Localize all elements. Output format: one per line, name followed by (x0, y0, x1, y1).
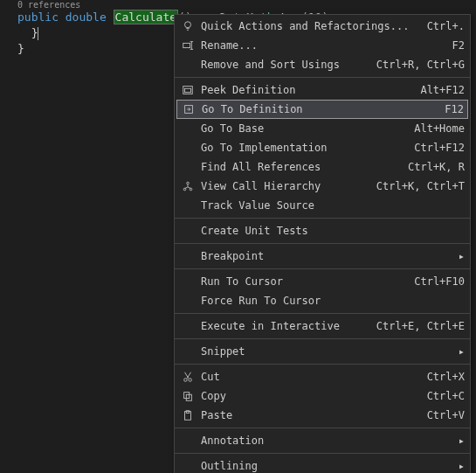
menu-item-shortcut: F2 (442, 39, 465, 52)
svg-rect-3 (185, 88, 191, 92)
menu-item-label: Copy (197, 390, 417, 402)
menu-separator (175, 77, 470, 78)
menu-item-label: Create Unit Tests (197, 225, 465, 237)
menu-separator (175, 268, 470, 269)
menu-item-shortcut: Ctrl+R, Ctrl+G (366, 59, 465, 71)
menu-item-label: Breakpoint (197, 250, 452, 262)
menu-item-shortcut: Ctrl+. (417, 20, 465, 32)
keyword-double: double (66, 10, 107, 24)
menu-item-shortcut: Ctrl+F10 (404, 275, 465, 288)
menu-item-execute-in-interactive[interactable]: Execute in InteractiveCtrl+E, Ctrl+E (175, 316, 470, 336)
keyword-public: public (17, 10, 59, 24)
cut-icon (178, 371, 197, 383)
svg-point-0 (185, 22, 191, 28)
menu-item-copy[interactable]: CopyCtrl+C (175, 386, 470, 406)
menu-item-paste[interactable]: PasteCtrl+V (175, 406, 470, 425)
menu-item-shortcut: Ctrl+K, R (397, 161, 465, 173)
text-cursor (38, 27, 38, 40)
menu-item-go-to-base[interactable]: Go To BaseAlt+Home (175, 119, 470, 138)
goto-icon (179, 103, 198, 115)
svg-point-9 (189, 379, 192, 382)
menu-item-label: Force Run To Cursor (197, 295, 465, 307)
menu-item-cut[interactable]: CutCtrl+X (175, 367, 470, 386)
menu-separator (175, 243, 470, 244)
menu-item-label: Quick Actions and Refactorings... (197, 20, 417, 32)
menu-separator (175, 453, 470, 454)
menu-item-create-unit-tests[interactable]: Create Unit Tests (175, 221, 470, 240)
svg-rect-1 (183, 43, 190, 47)
menu-separator (175, 218, 470, 219)
menu-item-label: Go To Base (197, 122, 404, 135)
codelens-references[interactable]: 0 references (0, 0, 476, 10)
menu-item-label: View Call Hierarchy (197, 180, 366, 192)
chevron-right-icon: ▸ (452, 345, 465, 358)
menu-item-snippet[interactable]: Snippet▸ (175, 342, 470, 361)
menu-item-label: Peek Definition (197, 84, 410, 96)
menu-item-label: Track Value Source (197, 199, 465, 212)
menu-item-label: Execute in Interactive (197, 320, 366, 332)
menu-separator (175, 313, 470, 314)
chevron-right-icon: ▸ (452, 460, 465, 472)
chevron-right-icon: ▸ (452, 435, 465, 447)
bulb-icon (178, 20, 197, 32)
copy-icon (178, 390, 197, 402)
menu-item-label: Rename... (197, 39, 442, 52)
menu-item-peek-definition[interactable]: Peek DefinitionAlt+F12 (175, 80, 470, 100)
menu-item-outlining[interactable]: Outlining▸ (175, 456, 470, 473)
menu-item-remove-and-sort-usings[interactable]: Remove and Sort UsingsCtrl+R, Ctrl+G (175, 55, 470, 74)
menu-item-label: Run To Cursor (197, 275, 404, 288)
context-menu[interactable]: Quick Actions and Refactorings...Ctrl+.R… (174, 14, 471, 473)
menu-item-label: Paste (197, 409, 417, 421)
hierarchy-icon (178, 180, 197, 192)
menu-item-force-run-to-cursor[interactable]: Force Run To Cursor (175, 291, 470, 310)
menu-item-label: Find All References (197, 161, 397, 173)
menu-item-view-call-hierarchy[interactable]: View Call HierarchyCtrl+K, Ctrl+T (175, 177, 470, 196)
menu-item-shortcut: Ctrl+E, Ctrl+E (366, 320, 465, 332)
svg-point-5 (187, 182, 190, 184)
menu-item-shortcut: Ctrl+X (417, 371, 465, 383)
svg-point-8 (184, 379, 188, 382)
menu-item-go-to-definition[interactable]: Go To DefinitionF12 (176, 100, 468, 119)
menu-item-label: Annotation (197, 435, 452, 447)
paste-icon (178, 409, 197, 421)
chevron-right-icon: ▸ (452, 250, 465, 262)
menu-separator (175, 428, 470, 428)
menu-item-label: Go To Definition (198, 103, 434, 115)
menu-item-go-to-implementation[interactable]: Go To ImplementationCtrl+F12 (175, 138, 470, 157)
menu-item-label: Go To Implementation (197, 142, 404, 154)
menu-item-breakpoint[interactable]: Breakpoint▸ (175, 247, 470, 266)
peek-icon (178, 84, 197, 96)
menu-separator (175, 364, 470, 365)
menu-item-label: Outlining (197, 460, 452, 472)
menu-item-shortcut: Alt+F12 (410, 84, 465, 96)
close-brace: } (17, 42, 24, 55)
menu-item-quick-actions-and-refactorings[interactable]: Quick Actions and Refactorings...Ctrl+. (175, 17, 470, 36)
menu-item-run-to-cursor[interactable]: Run To CursorCtrl+F10 (175, 272, 470, 291)
menu-item-shortcut: F12 (434, 103, 464, 115)
menu-item-shortcut: Ctrl+K, Ctrl+T (366, 180, 465, 192)
menu-item-shortcut: Alt+Home (404, 122, 465, 135)
menu-item-track-value-source[interactable]: Track Value Source (175, 196, 470, 215)
menu-item-shortcut: Ctrl+V (417, 409, 465, 421)
menu-item-shortcut: Ctrl+F12 (404, 142, 465, 154)
menu-item-label: Remove and Sort Usings (197, 59, 366, 71)
menu-separator (175, 338, 470, 339)
menu-item-label: Cut (197, 371, 417, 383)
menu-item-annotation[interactable]: Annotation▸ (175, 431, 470, 450)
close-brace: } (31, 26, 38, 39)
menu-item-label: Snippet (197, 345, 452, 358)
rename-icon (178, 39, 197, 52)
method-name-highlight[interactable]: Calculate (114, 10, 178, 24)
menu-item-find-all-references[interactable]: Find All ReferencesCtrl+K, R (175, 157, 470, 177)
menu-item-rename[interactable]: Rename...F2 (175, 36, 470, 55)
menu-item-shortcut: Ctrl+C (417, 390, 465, 402)
